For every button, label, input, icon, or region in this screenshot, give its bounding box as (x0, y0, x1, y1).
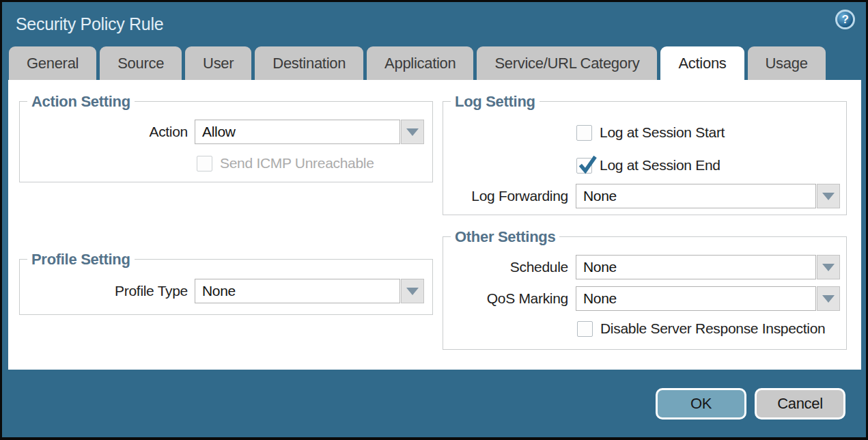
tab-bar: General Source User Destination Applicat… (9, 46, 859, 80)
dialog-title: Security Policy Rule (16, 14, 163, 34)
schedule-dropdown-value: None (576, 255, 816, 279)
tab-destination-label: Destination (272, 55, 346, 72)
ok-button-label: OK (690, 395, 712, 413)
tab-actions-label: Actions (678, 55, 726, 72)
chevron-down-icon (406, 288, 419, 295)
tab-application-label: Application (384, 55, 456, 72)
action-setting-legend: Action Setting (27, 93, 135, 111)
log-session-end-checkbox-row[interactable]: Log at Session End (576, 157, 720, 174)
dsri-checkbox[interactable] (577, 321, 593, 337)
dsri-checkbox-row[interactable]: Disable Server Response Inspection (577, 320, 825, 337)
chevron-down-icon (406, 128, 419, 136)
tab-destination[interactable]: Destination (255, 46, 363, 80)
tab-usage[interactable]: Usage (748, 46, 826, 80)
tab-source[interactable]: Source (100, 46, 182, 80)
action-dropdown[interactable]: Allow (195, 120, 424, 144)
log-session-start-checkbox-row[interactable]: Log at Session Start (576, 124, 725, 141)
log-session-end-label: Log at Session End (600, 157, 720, 174)
tab-actions[interactable]: Actions (660, 46, 744, 80)
log-forwarding-dropdown-button[interactable] (817, 184, 840, 208)
security-policy-rule-dialog: Security Policy Rule ? General Source Us… (2, 2, 866, 437)
profile-type-label: Profile Type (49, 279, 188, 303)
schedule-dropdown[interactable]: None (576, 255, 840, 279)
profile-type-dropdown[interactable]: None (195, 279, 424, 303)
ok-button[interactable]: OK (656, 388, 746, 420)
cancel-button[interactable]: Cancel (755, 388, 845, 420)
cancel-button-label: Cancel (777, 395, 823, 413)
actions-tab-panel: Action Setting Action Allow Send ICMP Un… (8, 80, 861, 370)
action-dropdown-value: Allow (195, 120, 400, 144)
help-icon[interactable]: ? (835, 10, 855, 29)
chevron-down-icon (822, 193, 835, 200)
tab-user[interactable]: User (185, 46, 251, 80)
dsri-label: Disable Server Response Inspection (600, 320, 825, 337)
tab-service-url-category[interactable]: Service/URL Category (477, 46, 657, 80)
qos-marking-dropdown-button[interactable] (817, 286, 840, 311)
send-icmp-unreachable-label: Send ICMP Unreachable (220, 155, 374, 171)
log-forwarding-dropdown[interactable]: None (576, 184, 840, 208)
send-icmp-unreachable-checkbox-row: Send ICMP Unreachable (197, 155, 374, 171)
log-session-start-checkbox[interactable] (576, 125, 592, 141)
titlebar: Security Policy Rule ? (2, 2, 866, 44)
tab-service-url-category-label: Service/URL Category (494, 55, 639, 72)
qos-marking-dropdown[interactable]: None (576, 286, 840, 311)
log-setting-legend: Log Setting (451, 93, 540, 111)
other-settings-legend: Other Settings (451, 228, 559, 246)
log-session-end-checkbox[interactable] (576, 158, 592, 174)
action-label: Action (49, 120, 188, 144)
tab-application[interactable]: Application (367, 46, 473, 80)
log-session-start-label: Log at Session Start (600, 124, 725, 141)
send-icmp-unreachable-checkbox (197, 156, 212, 171)
schedule-dropdown-button[interactable] (817, 255, 840, 279)
profile-setting-legend: Profile Setting (27, 251, 135, 269)
tab-usage-label: Usage (766, 55, 808, 72)
action-dropdown-button[interactable] (401, 120, 424, 144)
chevron-down-icon (822, 295, 835, 303)
help-glyph: ? (841, 13, 848, 27)
log-forwarding-dropdown-value: None (576, 184, 816, 208)
tab-source-label: Source (117, 55, 164, 72)
tab-general[interactable]: General (9, 46, 96, 80)
qos-marking-label: QoS Marking (418, 286, 568, 311)
log-forwarding-label: Log Forwarding (418, 184, 568, 208)
tab-general-label: General (27, 55, 79, 72)
chevron-down-icon (822, 264, 835, 271)
tab-user-label: User (203, 55, 234, 72)
schedule-label: Schedule (418, 255, 568, 279)
checkmark-icon (577, 155, 597, 178)
profile-type-dropdown-value: None (195, 279, 400, 303)
qos-marking-dropdown-value: None (576, 286, 816, 311)
